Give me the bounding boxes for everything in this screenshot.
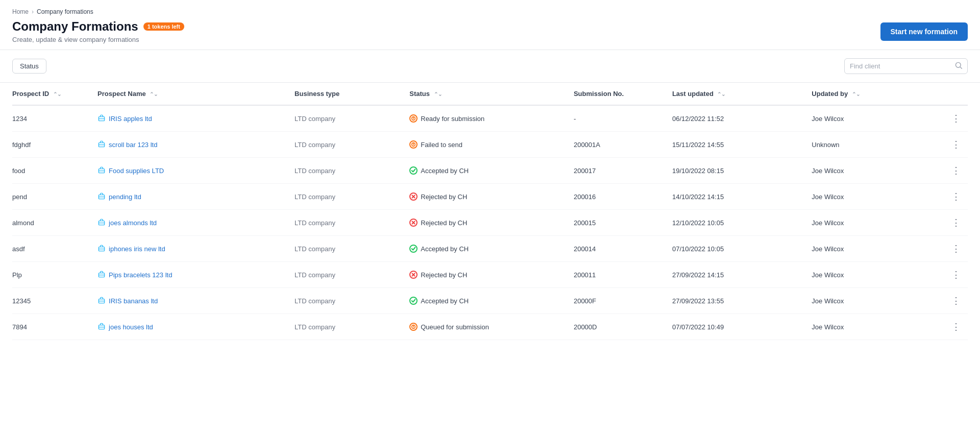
table-row: 12345 IRIS bananas ltd LTD company	[12, 288, 968, 314]
status-label: Rejected by CH	[421, 219, 467, 227]
cell-status: Failed to send	[409, 132, 574, 158]
col-header-prospect-id[interactable]: Prospect ID ⌃⌄	[12, 83, 97, 105]
breadcrumb-home[interactable]: Home	[12, 8, 29, 15]
breadcrumb-separator: ›	[32, 8, 34, 15]
cell-status: Rejected by CH	[409, 184, 574, 210]
cell-actions: ⋮	[927, 236, 968, 262]
table-row: pend pending ltd LTD company	[12, 184, 968, 210]
prospect-name-text: pending ltd	[109, 193, 141, 201]
table-row: Plp Pips bracelets 123 ltd LTD company	[12, 262, 968, 288]
status-label: Ready for submission	[421, 115, 484, 123]
prospect-name-link[interactable]: Pips bracelets 123 ltd	[97, 270, 290, 280]
cell-status: Accepted by CH	[409, 158, 574, 184]
prospect-name-link[interactable]: iphones iris new ltd	[97, 244, 290, 254]
status-filter-button[interactable]: Status	[12, 59, 46, 74]
cell-actions: ⋮	[927, 184, 968, 210]
cell-prospect-id: pend	[12, 184, 97, 210]
col-header-last-updated[interactable]: Last updated ⌃⌄	[672, 83, 812, 105]
sort-icon-last-updated: ⌃⌄	[717, 91, 725, 97]
status-icon	[409, 323, 418, 331]
cell-updated-by: Joe Wilcox	[812, 184, 926, 210]
row-menu-button[interactable]: ⋮	[948, 111, 964, 126]
cell-actions: ⋮	[927, 210, 968, 236]
breadcrumb-current: Company formations	[37, 8, 93, 15]
prospect-name-text: iphones iris new ltd	[109, 245, 165, 253]
cell-prospect-name: Food supplies LTD	[97, 158, 295, 184]
col-header-actions	[927, 83, 968, 105]
status-label: Accepted by CH	[421, 167, 469, 175]
cell-submission-no: 20000F	[574, 288, 672, 314]
cell-business-type: LTD company	[295, 262, 409, 288]
row-menu-button[interactable]: ⋮	[948, 215, 964, 230]
cell-last-updated: 14/10/2022 14:15	[672, 184, 812, 210]
cell-status: Queued for submission	[409, 314, 574, 340]
cell-prospect-name: joes almonds ltd	[97, 210, 295, 236]
cell-business-type: LTD company	[295, 132, 409, 158]
svg-point-0	[955, 62, 961, 67]
cell-updated-by: Joe Wilcox	[812, 288, 926, 314]
cell-prospect-name: Pips bracelets 123 ltd	[97, 262, 295, 288]
prospect-name-link[interactable]: joes almonds ltd	[97, 218, 290, 228]
col-header-prospect-name[interactable]: Prospect Name ⌃⌄	[97, 83, 295, 105]
cell-updated-by: Joe Wilcox	[812, 210, 926, 236]
cell-prospect-name: joes houses ltd	[97, 314, 295, 340]
status-icon	[409, 271, 418, 279]
prospect-name-text: Pips bracelets 123 ltd	[109, 271, 172, 279]
cell-updated-by: Joe Wilcox	[812, 314, 926, 340]
table-row: fdghdf scroll bar 123 ltd LTD company	[12, 132, 968, 158]
cell-business-type: LTD company	[295, 105, 409, 132]
row-menu-button[interactable]: ⋮	[948, 268, 964, 282]
prospect-name-text: IRIS bananas ltd	[109, 297, 158, 305]
svg-point-11	[413, 146, 414, 146]
row-menu-button[interactable]: ⋮	[948, 137, 964, 152]
briefcase-icon	[97, 218, 106, 228]
cell-prospect-id: Plp	[12, 262, 97, 288]
cell-status: Rejected by CH	[409, 210, 574, 236]
cell-prospect-name: IRIS bananas ltd	[97, 288, 295, 314]
row-menu-button[interactable]: ⋮	[948, 294, 964, 308]
cell-submission-no: 200011	[574, 262, 672, 288]
cell-business-type: LTD company	[295, 158, 409, 184]
prospect-name-link[interactable]: scroll bar 123 ltd	[97, 140, 290, 150]
search-box	[844, 58, 968, 74]
cell-submission-no: 200014	[574, 236, 672, 262]
table-row: food Food supplies LTD LTD company	[12, 158, 968, 184]
cell-prospect-id: 7894	[12, 314, 97, 340]
cell-last-updated: 12/10/2022 10:05	[672, 210, 812, 236]
briefcase-icon	[97, 244, 106, 254]
tokens-badge: 1 tokens left	[143, 22, 184, 31]
prospect-name-link[interactable]: IRIS bananas ltd	[97, 296, 290, 306]
cell-updated-by: Joe Wilcox	[812, 236, 926, 262]
row-menu-button[interactable]: ⋮	[948, 320, 964, 334]
prospect-name-link[interactable]: joes houses ltd	[97, 322, 290, 332]
col-header-updated-by[interactable]: Updated by ⌃⌄	[812, 83, 926, 105]
cell-prospect-name: scroll bar 123 ltd	[97, 132, 295, 158]
prospect-name-link[interactable]: pending ltd	[97, 192, 290, 202]
row-menu-button[interactable]: ⋮	[948, 242, 964, 256]
row-menu-button[interactable]: ⋮	[948, 189, 964, 204]
prospect-name-link[interactable]: Food supplies LTD	[97, 166, 290, 176]
prospect-name-text: joes almonds ltd	[109, 219, 157, 227]
sort-icon-updated-by: ⌃⌄	[852, 91, 860, 97]
prospect-name-text: joes houses ltd	[109, 323, 153, 331]
cell-actions: ⋮	[927, 314, 968, 340]
cell-prospect-id: almond	[12, 210, 97, 236]
formations-table: Prospect ID ⌃⌄ Prospect Name ⌃⌄ Business…	[12, 83, 968, 340]
prospect-name-link[interactable]: IRIS apples ltd	[97, 114, 290, 124]
cell-updated-by: Joe Wilcox	[812, 158, 926, 184]
col-header-submission: Submission No.	[574, 83, 672, 105]
cell-last-updated: 06/12/2022 11:52	[672, 105, 812, 132]
status-icon	[409, 192, 418, 201]
start-new-formation-button[interactable]: Start new formation	[880, 22, 968, 41]
status-label: Accepted by CH	[421, 297, 469, 305]
briefcase-icon	[97, 114, 106, 124]
briefcase-icon	[97, 296, 106, 306]
col-header-status[interactable]: Status ⌃⌄	[409, 83, 574, 105]
briefcase-icon	[97, 166, 106, 176]
search-icon	[955, 62, 962, 70]
search-input[interactable]	[850, 62, 952, 70]
cell-submission-no: 200015	[574, 210, 672, 236]
row-menu-button[interactable]: ⋮	[948, 163, 964, 178]
status-icon	[409, 245, 418, 253]
sort-icon-prospect-id: ⌃⌄	[53, 91, 61, 97]
